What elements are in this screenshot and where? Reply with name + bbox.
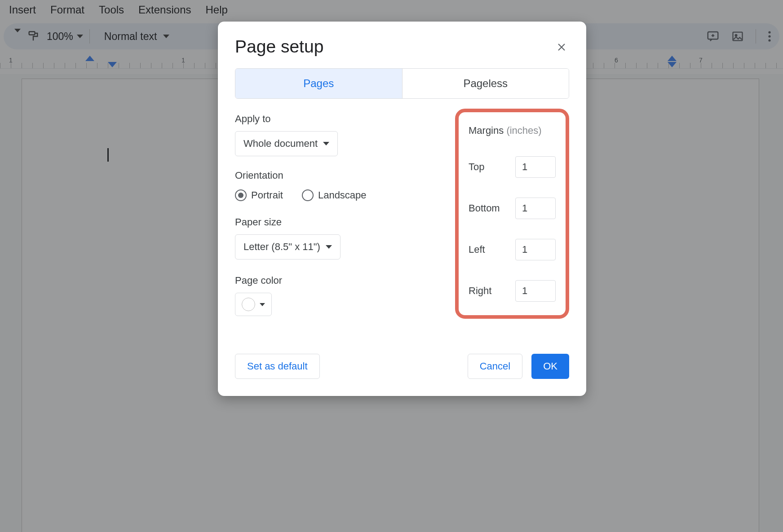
margins-label-text: Margins	[469, 125, 504, 136]
chevron-down-icon	[323, 142, 329, 145]
dialog-footer: Set as default Cancel OK	[235, 354, 569, 379]
orientation-label: Orientation	[235, 170, 451, 181]
margin-left-label: Left	[469, 244, 485, 255]
margin-right-label: Right	[469, 285, 491, 297]
dialog-title: Page setup	[235, 37, 323, 57]
ok-button[interactable]: OK	[531, 354, 569, 379]
tabs: Pages Pageless	[235, 68, 569, 99]
close-icon	[557, 42, 566, 52]
cancel-button[interactable]: Cancel	[468, 354, 522, 379]
page-color-label: Page color	[235, 275, 451, 286]
page-setup-dialog: Page setup Pages Pageless Apply to Whole…	[218, 22, 586, 396]
set-as-default-button[interactable]: Set as default	[235, 354, 320, 379]
tab-pageless[interactable]: Pageless	[402, 69, 569, 98]
orientation-landscape-radio[interactable]: Landscape	[302, 189, 367, 201]
margin-bottom-label: Bottom	[469, 202, 500, 214]
margin-right-input[interactable]	[515, 280, 556, 302]
margin-top-label: Top	[469, 161, 484, 173]
margin-bottom-input[interactable]	[515, 198, 556, 219]
margins-label: Margins (inches)	[469, 125, 556, 136]
orientation-portrait-label: Portrait	[251, 189, 283, 201]
margins-section-highlight: Margins (inches) Top Bottom Left	[455, 109, 569, 319]
tab-pages[interactable]: Pages	[235, 69, 402, 98]
app-root: Insert Format Tools Extensions Help 100%…	[0, 0, 783, 532]
chevron-down-icon	[326, 245, 332, 249]
radio-icon	[235, 189, 247, 201]
apply-to-dropdown[interactable]: Whole document	[235, 131, 338, 156]
apply-to-label: Apply to	[235, 113, 451, 125]
left-column: Apply to Whole document Orientation Port…	[235, 113, 451, 319]
close-button[interactable]	[554, 40, 569, 55]
orientation-landscape-label: Landscape	[318, 189, 367, 201]
paper-size-label: Paper size	[235, 216, 451, 228]
margin-left-input[interactable]	[515, 239, 556, 260]
paper-size-dropdown[interactable]: Letter (8.5" x 11")	[235, 234, 341, 259]
margin-top-input[interactable]	[515, 156, 556, 178]
orientation-portrait-radio[interactable]: Portrait	[235, 189, 283, 201]
right-column: Margins (inches) Top Bottom Left	[455, 113, 569, 319]
page-color-dropdown[interactable]	[235, 293, 272, 316]
margins-unit: (inches)	[506, 125, 541, 136]
paper-size-value: Letter (8.5" x 11")	[243, 241, 320, 253]
apply-to-value: Whole document	[243, 138, 318, 149]
chevron-down-icon	[260, 303, 265, 306]
radio-icon	[302, 189, 314, 201]
color-swatch-icon	[242, 298, 255, 311]
